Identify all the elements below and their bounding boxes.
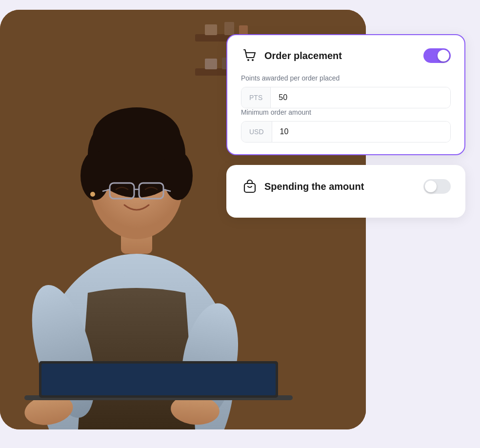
svg-rect-4 — [205, 24, 217, 35]
cart-icon — [241, 47, 259, 64]
svg-point-19 — [163, 151, 193, 200]
svg-point-18 — [80, 151, 110, 200]
usd-prefix: USD — [241, 122, 272, 142]
toggle-track — [423, 48, 451, 63]
spending-toggle-knob — [425, 181, 437, 192]
order-placement-toggle[interactable] — [423, 48, 451, 63]
min-order-field-group: Minimum order amount USD — [241, 108, 451, 143]
points-label: Points awarded per order placed — [241, 74, 451, 82]
min-order-label: Minimum order amount — [241, 108, 451, 116]
spending-toggle-track — [423, 179, 451, 194]
cards-area: Order placement Points awarded per order… — [217, 24, 480, 227]
order-placement-card: Order placement Points awarded per order… — [226, 34, 465, 155]
spending-amount-card: Spending the amount — [226, 165, 465, 218]
spending-amount-title: Spending the amount — [264, 181, 364, 192]
svg-point-26 — [90, 192, 95, 197]
svg-point-20 — [93, 107, 180, 166]
order-placement-title: Order placement — [264, 50, 342, 61]
svg-point-31 — [252, 59, 254, 61]
bag-icon — [241, 178, 259, 195]
spending-card-header: Spending the amount — [241, 178, 451, 195]
card-header: Order placement — [241, 47, 451, 64]
spending-toggle[interactable] — [423, 179, 451, 194]
svg-rect-7 — [205, 59, 217, 69]
points-input-group: PTS — [241, 87, 451, 108]
min-order-input-group: USD — [241, 121, 451, 143]
card-title-group: Order placement — [241, 47, 342, 64]
points-prefix: PTS — [241, 87, 271, 108]
spending-title-group: Spending the amount — [241, 178, 364, 195]
toggle-knob — [438, 50, 449, 61]
min-order-input[interactable] — [272, 122, 450, 142]
svg-point-30 — [247, 59, 249, 61]
svg-rect-29 — [41, 364, 276, 395]
points-input[interactable] — [271, 87, 450, 108]
points-field-group: Points awarded per order placed PTS — [241, 74, 451, 108]
